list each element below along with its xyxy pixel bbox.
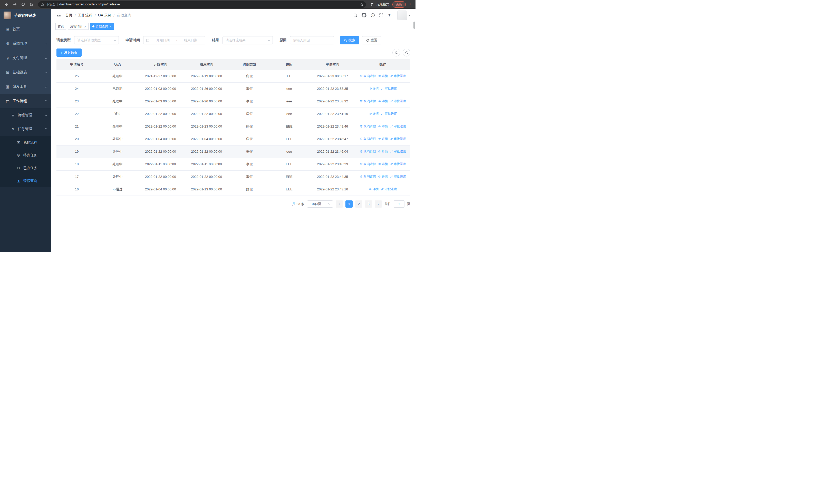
sidebar-item-1[interactable]: ◉首页	[0, 22, 51, 36]
action-progress-link[interactable]: 审批进度	[390, 149, 406, 154]
action-progress-link[interactable]: 审批进度	[390, 74, 406, 78]
tab-2[interactable]: 流程详情×	[68, 23, 89, 30]
tab-close-icon[interactable]: ×	[110, 25, 112, 28]
action-cancel-link[interactable]: 取消请假	[360, 137, 376, 141]
github-icon[interactable]	[362, 13, 367, 18]
breadcrumb-item[interactable]: OA 示例	[98, 13, 111, 18]
app-logo[interactable]: 芋道管理系统	[0, 9, 51, 22]
cell-end: 2022-01-19 00:00:00	[183, 70, 230, 82]
sidebar-collapse-icon[interactable]	[56, 13, 61, 18]
reload-button[interactable]	[20, 1, 27, 8]
submenu-item-3[interactable]: ✉我的流程	[0, 136, 51, 149]
chevron-down-icon	[45, 71, 47, 73]
action-progress-link[interactable]: 审批进度	[390, 137, 406, 141]
cell-type: 病假	[230, 120, 269, 133]
next-page-button[interactable]: ›	[375, 200, 382, 208]
action-progress-link[interactable]: 审批进度	[381, 112, 397, 116]
cell-type: 事假	[230, 95, 269, 108]
toggle-search-button[interactable]	[393, 49, 400, 56]
table-row: 21处理中2022-01-22 00:00:002022-01-23 00:00…	[56, 120, 410, 133]
tab-1[interactable]: 首页	[55, 23, 66, 30]
action-progress-link[interactable]: 审批进度	[390, 124, 406, 128]
address-bar[interactable]: 不安全 dashboard.yudao.iocoder.cn/bpm/oa/le…	[38, 1, 366, 8]
tab-3[interactable]: 请假查询×	[90, 23, 114, 30]
cell-end: 2022-01-04 00:00:00	[183, 133, 230, 145]
result-select[interactable]: 请选择流结果	[223, 36, 273, 45]
bookmark-star-icon[interactable]	[359, 1, 365, 7]
gear-icon: ⚙	[5, 41, 10, 46]
fullscreen-icon[interactable]	[379, 13, 383, 18]
breadcrumb-separator: /	[75, 13, 76, 18]
sidebar-item-6[interactable]: ▤工作流程	[0, 94, 51, 108]
action-progress-link[interactable]: 审批进度	[381, 187, 397, 191]
cell-reason: eee	[269, 95, 310, 108]
action-cancel-link[interactable]: 取消请假	[360, 124, 376, 128]
action-detail-link[interactable]: 详情	[378, 124, 388, 128]
action-detail-link[interactable]: 详情	[378, 162, 388, 166]
help-icon[interactable]: ?	[371, 13, 375, 18]
submenu-item-4[interactable]: ⊙待办任务	[0, 149, 51, 162]
user-avatar[interactable]	[397, 10, 410, 20]
action-detail-link[interactable]: 详情	[369, 112, 379, 116]
goto-page-input[interactable]	[394, 200, 404, 208]
reset-button[interactable]: 重置	[362, 36, 381, 45]
cell-end: 2022-01-11 00:00:00	[183, 158, 230, 170]
menu-dots-icon[interactable]: ⋮	[408, 1, 412, 8]
end-date-placeholder: 结束日期	[179, 38, 202, 42]
sidebar-item-2[interactable]: ⚙系统管理	[0, 36, 51, 51]
action-detail-link[interactable]: 详情	[378, 74, 388, 78]
sidebar-item-4[interactable]: ⊞基础设施	[0, 65, 51, 80]
tab-close-icon[interactable]: ×	[84, 25, 86, 28]
submenu-item-6[interactable]: 请假查询	[0, 175, 51, 187]
chrome-right: 无痕模式 更新 ⋮	[369, 1, 412, 8]
action-detail-link[interactable]: 详情	[378, 149, 388, 154]
submenu-item-5[interactable]: ✂已办任务	[0, 162, 51, 175]
apply-time-range-picker[interactable]: 开始日期 - 结束日期	[143, 36, 205, 45]
action-cancel-link[interactable]: 取消请假	[360, 149, 376, 154]
action-detail-link[interactable]: 详情	[378, 99, 388, 103]
breadcrumb-item[interactable]: 首页	[65, 13, 73, 18]
action-detail-link[interactable]: 详情	[378, 137, 388, 141]
submenu-item-2[interactable]: ⋔任务管理	[0, 122, 51, 136]
prev-page-button[interactable]: ‹	[336, 200, 343, 208]
scissors-icon: ✂	[16, 166, 21, 170]
cell-id: 16	[56, 183, 97, 196]
breadcrumb-item[interactable]: 工作流程	[78, 13, 92, 18]
cell-end: 2022-01-26 00:00:00	[183, 95, 230, 108]
refresh-table-button[interactable]	[403, 49, 410, 56]
back-button[interactable]	[3, 1, 10, 8]
sidebar-item-5[interactable]: ▣研发工具	[0, 80, 51, 94]
action-detail-link[interactable]: 详情	[369, 187, 379, 191]
create-leave-button[interactable]: + 发起请假	[56, 49, 82, 57]
table-row: 16不通过2022-01-04 00:00:002022-01-13 00:00…	[56, 183, 410, 196]
action-cancel-link[interactable]: 取消请假	[360, 162, 376, 166]
action-progress-link[interactable]: 审批进度	[390, 162, 406, 166]
search-button[interactable]: 搜索	[340, 36, 359, 45]
submenu-item-1[interactable]: ≡流程管理	[0, 108, 51, 122]
update-button[interactable]: 更新	[393, 1, 406, 8]
tags-view: 首页流程详情×请假查询×	[51, 22, 416, 31]
action-cancel-link[interactable]: 取消请假	[360, 99, 376, 103]
reason-input[interactable]	[290, 36, 334, 45]
leave-type-select[interactable]: 请选择请假类型	[74, 36, 119, 45]
action-detail-link[interactable]: 详情	[369, 87, 379, 91]
scrollbar-thumb[interactable]	[413, 22, 415, 29]
action-label: 审批进度	[394, 175, 406, 179]
action-detail-link[interactable]: 详情	[378, 175, 388, 179]
action-cancel-link[interactable]: 取消请假	[360, 74, 376, 78]
sidebar-item-3[interactable]: ¥支付管理	[0, 51, 51, 65]
cell-end: 2022-01-22 00:00:00	[183, 170, 230, 183]
action-cancel-link[interactable]: 取消请假	[360, 175, 376, 179]
page-button-3[interactable]: 3	[365, 200, 372, 208]
home-button[interactable]	[28, 1, 35, 8]
page-size-select[interactable]: 10条/页	[307, 200, 333, 208]
font-size-icon[interactable]: TT	[388, 13, 393, 18]
page-button-2[interactable]: 2	[355, 200, 362, 208]
action-progress-link[interactable]: 审批进度	[390, 175, 406, 179]
page-button-1[interactable]: 1	[345, 200, 353, 208]
forward-button[interactable]	[11, 1, 19, 8]
action-progress-link[interactable]: 审批进度	[381, 87, 397, 91]
action-progress-link[interactable]: 审批进度	[390, 99, 406, 103]
search-icon[interactable]	[353, 13, 357, 18]
action-label: 取消请假	[364, 175, 376, 179]
